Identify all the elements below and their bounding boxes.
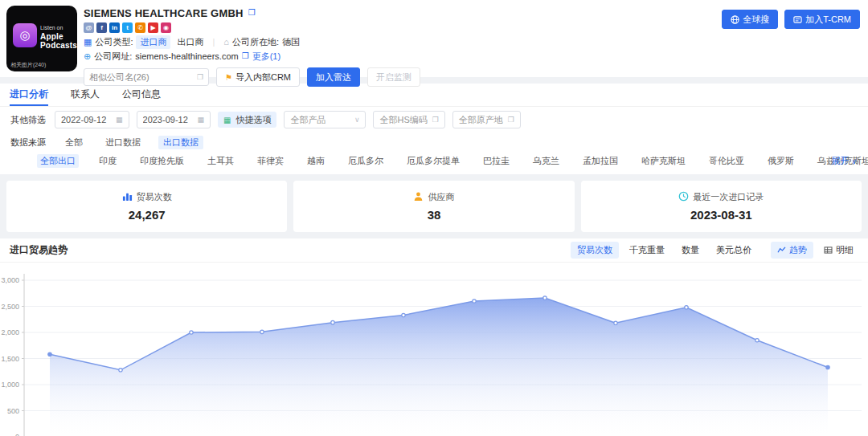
logo-line1: Listen on: [40, 25, 63, 31]
facebook-icon[interactable]: f: [96, 22, 107, 33]
y-axis-label: 0: [15, 433, 19, 436]
twitter-icon[interactable]: t: [122, 22, 133, 33]
youtube-icon[interactable]: ▶: [148, 22, 158, 33]
company-logo[interactable]: ◎ Listen on Apple Podcasts 相关图片(240): [6, 6, 77, 71]
more-link[interactable]: 更多(1): [252, 51, 280, 63]
metric-tab[interactable]: 贸易次数: [571, 242, 619, 259]
tab-import-analysis[interactable]: 进口分析: [10, 84, 48, 106]
calendar-icon: ▦: [198, 116, 205, 124]
data-point[interactable]: [685, 306, 688, 309]
country-tab[interactable]: 印度抢先版: [137, 154, 187, 168]
stat-card: 最近一次进口记录2023-08-31: [581, 181, 862, 232]
data-point[interactable]: [614, 321, 617, 324]
import-trend-area-chart[interactable]: 05001,0001,5002,0002,5003,0002022-092022…: [0, 263, 868, 436]
origin-input[interactable]: 全部原产地 ❐: [452, 111, 521, 128]
table-icon: [824, 246, 833, 255]
stat-label: 贸易次数: [137, 191, 172, 203]
website-label: 公司网址:: [94, 51, 132, 63]
stat-value: 24,267: [129, 208, 166, 222]
metric-tab[interactable]: 数量: [675, 242, 706, 259]
data-point[interactable]: [826, 365, 829, 369]
date-to-input[interactable]: ▦: [137, 111, 211, 128]
metric-tab[interactable]: 千克重量: [623, 242, 671, 259]
importer-tag[interactable]: 进口商: [136, 35, 170, 49]
social-icons-row: @fint✆▶◉: [84, 22, 420, 33]
country-tab[interactable]: 乌克兰: [530, 154, 563, 168]
quick-options-button[interactable]: ▦ 快捷选项: [218, 112, 276, 128]
website-link[interactable]: siemens-healthineers.com: [135, 51, 238, 61]
country-tab[interactable]: 印度: [96, 154, 120, 168]
linkedin-icon[interactable]: in: [109, 22, 120, 33]
expand-button[interactable]: 展开∨: [831, 155, 857, 167]
crm-card-icon: [793, 15, 802, 24]
stat-label: 供应商: [428, 191, 454, 203]
country-tab[interactable]: 厄瓜多尔: [345, 154, 387, 168]
view-tab-label: 趋势: [789, 244, 807, 256]
location-value: 德国: [282, 36, 300, 48]
flag-icon: ⚑: [225, 73, 232, 82]
join-tcrm-button[interactable]: 加入T-CRM: [784, 10, 860, 29]
country-tab[interactable]: 孟加拉国: [579, 154, 621, 168]
data-point[interactable]: [190, 331, 193, 334]
country-tab[interactable]: 全部出口: [37, 154, 79, 168]
trend-chart-section: 进口贸易趋势 贸易次数千克重量数量美元总价 趋势明细 05001,0001,50…: [0, 238, 868, 436]
country-tab[interactable]: 哥伦比亚: [706, 154, 747, 168]
data-source-row: 数据来源 全部进口数据出口数据: [0, 132, 868, 152]
data-point[interactable]: [402, 313, 405, 316]
country-tab[interactable]: 哈萨克斯坦: [638, 154, 689, 168]
tab-contacts[interactable]: 联系人: [71, 84, 100, 106]
data-point[interactable]: [331, 320, 334, 324]
country-tab[interactable]: 越南: [304, 154, 328, 168]
data-source-option[interactable]: 全部: [60, 136, 88, 149]
location-icon: ⌂: [223, 38, 229, 47]
data-source-option[interactable]: 进口数据: [100, 136, 145, 149]
country-tab[interactable]: 巴拉圭: [480, 154, 513, 168]
data-source-option[interactable]: 出口数据: [158, 136, 203, 149]
date-to-field[interactable]: [143, 115, 193, 124]
date-from-field[interactable]: [61, 115, 111, 124]
hs-code-input[interactable]: 全部HS编码 ❐: [373, 111, 444, 128]
add-radar-button[interactable]: 加入雷达: [307, 67, 360, 87]
divider: |: [212, 37, 215, 47]
date-from-input[interactable]: ▦: [55, 111, 129, 128]
exporter-tag[interactable]: 出口商: [177, 36, 203, 48]
instagram-icon[interactable]: ◉: [161, 22, 171, 33]
data-point[interactable]: [119, 369, 122, 372]
country-tab[interactable]: 菲律宾: [254, 154, 287, 168]
phone-icon[interactable]: ✆: [135, 22, 145, 33]
stat-card: 贸易次数24,267: [6, 181, 287, 232]
data-point[interactable]: [543, 296, 547, 299]
view-tab[interactable]: 趋势: [771, 242, 813, 259]
copy-icon[interactable]: ❐: [248, 9, 256, 17]
stat-value: 2023-08-31: [690, 208, 752, 222]
data-point[interactable]: [755, 339, 759, 342]
calendar-icon: ▦: [116, 116, 123, 124]
copy-icon[interactable]: ❐: [242, 52, 249, 60]
view-tab[interactable]: 明细: [817, 242, 860, 259]
data-point[interactable]: [48, 352, 51, 356]
globe-icon: [731, 15, 739, 24]
product-select[interactable]: 全部产品 ∨: [284, 111, 366, 128]
location-label: 公司所在地:: [232, 36, 279, 48]
data-point[interactable]: [473, 299, 476, 303]
line-chart-icon: [777, 246, 786, 255]
country-tab[interactable]: 俄罗斯: [764, 154, 797, 168]
website-icon[interactable]: @: [84, 22, 94, 33]
metric-tab[interactable]: 美元总价: [710, 242, 758, 259]
import-crm-button[interactable]: ⚑ 导入内部CRM: [216, 67, 300, 87]
country-tab[interactable]: 土耳其: [204, 154, 237, 168]
similar-company-field[interactable]: [89, 72, 182, 82]
similar-company-input[interactable]: ❐: [84, 68, 209, 86]
y-axis-label: 2,000: [1, 328, 19, 336]
data-point[interactable]: [260, 330, 264, 333]
tab-company-info[interactable]: 公司信息: [122, 84, 161, 106]
podcast-icon: ◎: [13, 23, 37, 47]
list-picker-icon: ❐: [432, 116, 439, 124]
global-search-button[interactable]: 全球搜: [722, 10, 778, 29]
start-monitor-button[interactable]: 开启监测: [367, 67, 420, 87]
stat-card: 供应商38: [293, 181, 574, 232]
quick-calendar-icon: ▦: [223, 116, 231, 124]
y-axis-label: 1,500: [1, 355, 19, 363]
country-tab[interactable]: 厄瓜多尔提单: [403, 154, 463, 168]
logo-caption: 相关图片(240): [10, 61, 46, 69]
